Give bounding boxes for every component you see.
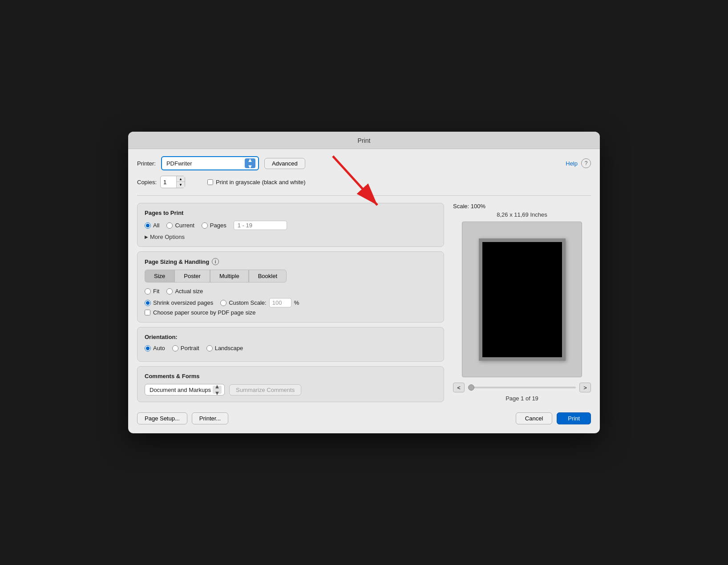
radio-pages[interactable]: Pages bbox=[202, 222, 226, 229]
custom-scale-input[interactable] bbox=[269, 298, 291, 307]
radio-custom[interactable]: Custom Scale: bbox=[220, 299, 267, 306]
page-navigation: < > bbox=[453, 383, 591, 392]
radio-shrink-label: Shrink oversized pages bbox=[153, 299, 213, 306]
radio-actual[interactable]: Actual size bbox=[166, 288, 203, 295]
grayscale-checkbox[interactable] bbox=[207, 179, 213, 185]
main-content: Pages to Print All Current bbox=[137, 203, 591, 409]
help-area: Help ? bbox=[566, 158, 591, 168]
printer-dropdown[interactable]: PDFwriter ▲ ▼ bbox=[161, 156, 259, 170]
summarize-button[interactable]: Summarize Comments bbox=[229, 384, 301, 396]
copies-input-container: ▲ ▼ bbox=[160, 176, 185, 188]
radio-auto-label: Auto bbox=[153, 345, 165, 351]
radio-all-label: All bbox=[153, 222, 159, 229]
radio-current[interactable]: Current bbox=[166, 222, 194, 229]
more-options-triangle: ▶ bbox=[145, 234, 148, 239]
tab-booklet[interactable]: Booklet bbox=[249, 270, 287, 282]
sizing-tabs: Size Poster Multiple Booklet bbox=[145, 270, 437, 282]
copies-increment[interactable]: ▲ bbox=[177, 176, 185, 182]
radio-shrink-input[interactable] bbox=[145, 300, 151, 306]
paper-source-label: Choose paper source by PDF page size bbox=[153, 309, 256, 316]
print-button[interactable]: Print bbox=[557, 412, 591, 424]
tab-poster[interactable]: Poster bbox=[174, 270, 210, 282]
radio-landscape[interactable]: Landscape bbox=[206, 345, 243, 351]
help-link[interactable]: Help bbox=[566, 160, 578, 167]
page-slider[interactable] bbox=[468, 387, 576, 388]
left-panel: Pages to Print All Current bbox=[137, 203, 444, 409]
sizing-info-icon[interactable]: i bbox=[212, 258, 219, 265]
copies-field[interactable] bbox=[161, 178, 176, 187]
scale-unit: % bbox=[294, 299, 299, 306]
title-text: Print bbox=[358, 137, 371, 144]
paper-source-row: Choose paper source by PDF page size bbox=[145, 309, 437, 316]
advanced-button[interactable]: Advanced bbox=[264, 158, 305, 169]
radio-actual-label: Actual size bbox=[175, 288, 203, 295]
custom-scale-row: Custom Scale: % bbox=[220, 298, 299, 307]
bottom-row: Page Setup... Printer... Cancel Print bbox=[137, 412, 591, 424]
radio-current-input[interactable] bbox=[166, 222, 173, 229]
sizing-row-2: Shrink oversized pages Custom Scale: % bbox=[145, 298, 437, 307]
radio-landscape-input[interactable] bbox=[206, 345, 213, 351]
orientation-section: Orientation: Auto Portrait bbox=[137, 327, 444, 362]
radio-portrait-label: Portrait bbox=[181, 345, 199, 351]
radio-all[interactable]: All bbox=[145, 222, 159, 229]
page-info: Page 1 of 19 bbox=[506, 395, 538, 402]
help-icon[interactable]: ? bbox=[581, 158, 591, 168]
radio-custom-label: Custom Scale: bbox=[229, 299, 267, 306]
radio-pages-label: Pages bbox=[210, 222, 226, 229]
radio-auto[interactable]: Auto bbox=[145, 345, 165, 351]
pages-range-input[interactable] bbox=[234, 221, 287, 230]
radio-auto-input[interactable] bbox=[145, 345, 151, 351]
scale-label: Scale: 100% bbox=[453, 203, 485, 210]
more-options-label: More Options bbox=[150, 234, 185, 240]
printer-button[interactable]: Printer... bbox=[192, 412, 228, 424]
radio-fit-label: Fit bbox=[153, 288, 159, 295]
comments-value: Document and Markups bbox=[150, 387, 213, 393]
more-options[interactable]: ▶ More Options bbox=[145, 234, 437, 240]
radio-portrait[interactable]: Portrait bbox=[172, 345, 199, 351]
tab-size[interactable]: Size bbox=[145, 270, 174, 282]
radio-pages-input[interactable] bbox=[202, 222, 208, 229]
radio-actual-input[interactable] bbox=[166, 288, 173, 295]
sizing-radio-group: Fit Actual size Shrink oversized pages bbox=[145, 288, 437, 307]
divider bbox=[137, 195, 591, 196]
comments-row: Document and Markups ▲ ▼ Summarize Comme… bbox=[145, 384, 437, 396]
bottom-left-buttons: Page Setup... Printer... bbox=[137, 412, 228, 424]
grayscale-area: Print in grayscale (black and white) bbox=[207, 179, 306, 186]
cancel-button[interactable]: Cancel bbox=[516, 412, 552, 424]
orientation-title: Orientation: bbox=[145, 334, 437, 340]
pages-radio-group: All Current Pages bbox=[145, 221, 437, 230]
dialog-title: Print bbox=[128, 132, 600, 149]
copies-label: Copies: bbox=[137, 179, 157, 186]
orientation-radio-group: Auto Portrait Landscape bbox=[145, 345, 437, 351]
printer-row: Printer: PDFwriter ▲ ▼ Advanced Help ? bbox=[137, 156, 591, 170]
paper-source-checkbox[interactable] bbox=[145, 310, 150, 315]
radio-portrait-input[interactable] bbox=[172, 345, 178, 351]
copies-decrement[interactable]: ▼ bbox=[177, 182, 185, 188]
next-page-button[interactable]: > bbox=[579, 383, 591, 392]
preview-page-image bbox=[479, 238, 566, 361]
radio-all-input[interactable] bbox=[145, 222, 151, 229]
print-dialog: Print Printer: PDFwriter ▲ ▼ Advanced He… bbox=[128, 132, 600, 433]
right-panel: Scale: 100% 8,26 x 11,69 Inches < > Page… bbox=[453, 203, 591, 409]
radio-landscape-label: Landscape bbox=[215, 345, 243, 351]
printer-dropdown-arrow: ▲ ▼ bbox=[245, 158, 255, 168]
page-preview bbox=[462, 222, 582, 377]
copies-area: Copies: ▲ ▼ bbox=[137, 176, 185, 188]
copies-row: Copies: ▲ ▼ Print in grayscale (black an… bbox=[137, 176, 591, 188]
page-setup-button[interactable]: Page Setup... bbox=[137, 412, 187, 424]
page-dimensions: 8,26 x 11,69 Inches bbox=[497, 211, 547, 218]
radio-shrink[interactable]: Shrink oversized pages bbox=[145, 299, 213, 306]
printer-value: PDFwriter bbox=[166, 160, 242, 167]
comments-dropdown[interactable]: Document and Markups ▲ ▼ bbox=[145, 384, 225, 396]
prev-page-button[interactable]: < bbox=[453, 383, 465, 392]
radio-fit-input[interactable] bbox=[145, 288, 151, 295]
page-sizing-section: Page Sizing & Handling i Size Poster Mul… bbox=[137, 251, 444, 323]
bottom-right-buttons: Cancel Print bbox=[516, 412, 591, 424]
tab-multiple[interactable]: Multiple bbox=[210, 270, 249, 282]
pages-to-print-section: Pages to Print All Current bbox=[137, 203, 444, 247]
printer-label: Printer: bbox=[137, 160, 156, 167]
comments-section-title: Comments & Forms bbox=[145, 373, 437, 379]
radio-fit[interactable]: Fit bbox=[145, 288, 159, 295]
grayscale-label: Print in grayscale (black and white) bbox=[216, 179, 306, 186]
radio-custom-input[interactable] bbox=[220, 300, 226, 306]
